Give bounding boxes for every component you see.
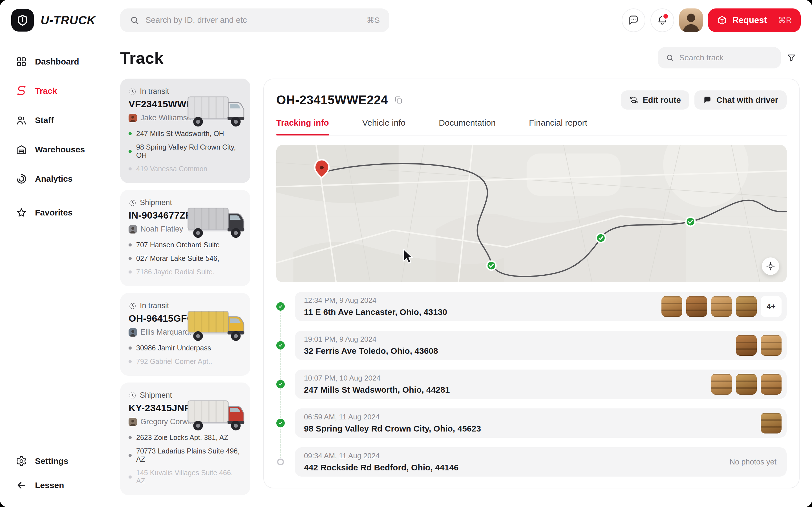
filter-button[interactable] <box>783 50 800 66</box>
checkpoint-done-icon <box>276 419 285 427</box>
sidebar-collapse-button[interactable]: Lessen <box>16 473 68 497</box>
checkpoint-photo[interactable] <box>761 374 781 395</box>
shipment-card-in-9034677zfg154[interactable]: ShipmentIN-9034677ZFG154Noah Flatley707 … <box>120 190 250 286</box>
truck-photo <box>187 91 250 133</box>
global-search-input[interactable]: Search by ID, driver and etc ⌘S <box>120 8 389 32</box>
truck-image <box>187 91 250 132</box>
checkpoint-icon <box>686 217 695 226</box>
stop-address: 419 Vanessa Common <box>136 165 207 173</box>
chat-with-driver-label: Chat with driver <box>716 96 778 105</box>
driver-avatar <box>129 114 137 122</box>
shipment-card-ky-23415jnf155[interactable]: ShipmentKY-23415JNF155Gregory Corwin2623… <box>120 383 250 495</box>
checkpoint-photo[interactable] <box>761 413 781 434</box>
stop-address: 145 Kuvalis Villages Suite 466, AZ <box>136 469 242 485</box>
no-photos-label: No photos yet <box>729 458 781 466</box>
stop-address: 70773 Ladarius Plains Suite 496, AZ <box>136 447 242 463</box>
shipment-card-vf23415wwe224[interactable]: In transitVF23415WWE224Jake Williamson24… <box>120 78 250 183</box>
checkpoint-icon <box>596 233 605 242</box>
checkpoint-time: 12:34 PM, 9 Aug 2024 <box>304 296 447 305</box>
stop-item: 145 Kuvalis Villages Suite 466, AZ <box>129 469 242 485</box>
chat-bubble-icon <box>628 15 639 26</box>
timeline-row: 19:01 PM, 9 Aug 202432 Ferris Ave Toledo… <box>276 331 786 360</box>
avatar-silhouette <box>679 8 703 32</box>
user-avatar[interactable] <box>679 8 703 32</box>
stop-item: 792 Gabriel Corner Apt.. <box>129 357 242 365</box>
timeline-entry[interactable]: 19:01 PM, 9 Aug 202432 Ferris Ave Toledo… <box>295 331 786 360</box>
sidebar-item-settings[interactable]: Settings <box>16 449 68 473</box>
driver-name: Gregory Corwin <box>140 417 194 426</box>
checkpoint-photo[interactable] <box>711 374 732 395</box>
more-photos-button[interactable]: 4+ <box>761 296 781 317</box>
checkpoint-photo[interactable] <box>761 335 781 356</box>
track-search-input[interactable]: Search track <box>658 47 781 68</box>
locate-me-button[interactable] <box>762 258 779 275</box>
tab-financial-report[interactable]: Financial report <box>529 118 587 135</box>
timeline-entry[interactable]: 09:34 AM, 11 Aug 2024442 Rockside Rd Bed… <box>295 447 786 476</box>
global-search-placeholder: Search by ID, driver and etc <box>146 15 360 25</box>
sidebar-item-analytics[interactable]: Analytics <box>16 164 113 193</box>
timeline-entry[interactable]: 12:34 PM, 9 Aug 202411 E 6th Ave Lancast… <box>295 292 786 321</box>
route-map[interactable] <box>276 145 786 282</box>
sidebar-item-staff[interactable]: Staff <box>16 106 113 135</box>
stop-dot <box>129 167 132 170</box>
tracking-timeline: 12:34 PM, 9 Aug 202411 E 6th Ave Lancast… <box>276 292 786 476</box>
checkpoint-photo[interactable] <box>736 296 757 317</box>
stop-address: 792 Gabriel Corner Apt.. <box>136 357 212 365</box>
notifications-button[interactable] <box>651 8 674 32</box>
stop-dot <box>129 270 132 274</box>
checkpoint-time: 19:01 PM, 9 Aug 2024 <box>304 335 438 344</box>
checkpoint-icon <box>487 261 496 270</box>
checkpoint-photo[interactable] <box>736 374 757 395</box>
sidebar-item-favorites[interactable]: Favorites <box>16 198 113 227</box>
photo-strip <box>711 374 781 395</box>
main-content: Track Search track In transitVF23415WWE2… <box>113 40 812 507</box>
checkpoint-address: 98 Spring Valley Rd Crown City, Ohio, 45… <box>304 424 481 434</box>
shipment-detail-panel: OH-23415WWE224 Edit route Chat with driv <box>263 78 800 489</box>
stop-dot <box>129 243 132 246</box>
tab-documentation[interactable]: Documentation <box>439 118 496 135</box>
search-icon <box>130 15 139 25</box>
checkpoint-photo[interactable] <box>661 296 682 317</box>
timeline-entry[interactable]: 10:07 PM, 10 Aug 2024247 Mills St Wadswo… <box>295 370 786 399</box>
stop-dot <box>129 150 132 153</box>
status-clock-icon <box>129 88 137 96</box>
checkpoint-time: 09:34 AM, 11 Aug 2024 <box>304 452 459 460</box>
chat-with-driver-button[interactable]: Chat with driver <box>695 91 786 110</box>
brand-name: U-TRUCK <box>41 13 96 27</box>
checkpoint-photo[interactable] <box>736 335 757 356</box>
stop-address: 027 Morar Lake Suite 546, <box>136 255 219 263</box>
checkpoint-photo[interactable] <box>711 296 732 317</box>
copy-icon <box>394 95 403 105</box>
tab-tracking-info[interactable]: Tracking info <box>276 118 329 135</box>
chat-filled-icon <box>703 96 712 105</box>
sidebar-item-label: Staff <box>35 115 54 125</box>
driver-avatar <box>129 418 137 426</box>
request-shortcut: ⌘R <box>778 15 792 25</box>
checkpoint-done-icon <box>276 341 285 349</box>
notification-dot <box>662 13 669 20</box>
checkpoint-done-icon <box>276 302 285 311</box>
content-row: In transitVF23415WWE224Jake Williamson24… <box>120 78 800 501</box>
edit-route-label: Edit route <box>643 96 681 105</box>
shipment-card-oh-96415gfc145[interactable]: In transitOH-96415GFC145Ellis Marquardt3… <box>120 293 250 376</box>
sidebar-item-dashboard[interactable]: Dashboard <box>16 47 113 76</box>
messages-button[interactable] <box>622 8 645 32</box>
page-title: Track <box>120 48 163 67</box>
copy-id-button[interactable] <box>394 95 403 105</box>
truck-photo <box>187 202 250 244</box>
timeline-entry[interactable]: 06:59 AM, 11 Aug 202498 Spring Valley Rd… <box>295 408 786 438</box>
logo-shield-icon <box>11 9 34 32</box>
stop-dot <box>129 257 132 260</box>
sidebar-item-warehouses[interactable]: Warehouses <box>16 135 113 164</box>
shipment-id: OH-23415WWE224 <box>276 93 403 107</box>
truck-image <box>187 394 250 436</box>
sidebar-item-track[interactable]: Track <box>16 76 113 106</box>
photo-strip <box>736 335 781 356</box>
checkpoint-photo[interactable] <box>686 296 707 317</box>
tab-vehicle-info[interactable]: Vehicle info <box>362 118 405 135</box>
request-button[interactable]: Request ⌘R <box>708 8 801 32</box>
brand-logo[interactable]: U-TRUCK <box>11 9 112 32</box>
settings-label: Settings <box>35 456 68 466</box>
edit-route-button[interactable]: Edit route <box>621 91 689 110</box>
checkpoint-address: 32 Ferris Ave Toledo, Ohio, 43608 <box>304 346 438 356</box>
